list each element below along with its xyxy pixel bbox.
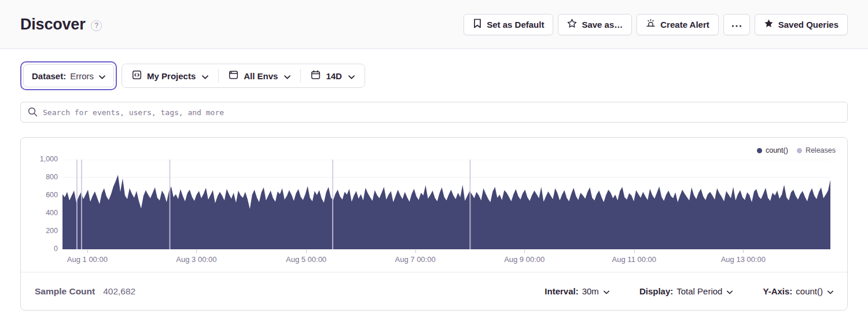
x-axis-tick-mark [524,250,525,253]
filter-bar: Dataset: Errors My Projects [20,61,848,90]
chart-area: count() Releases 02004006008001,000 Aug … [21,138,847,272]
chart-legend: count() Releases [757,146,836,154]
x-axis-tick-mark [743,250,744,253]
x-axis-tick-label: Aug 9 00:00 [504,255,545,264]
x-axis-tick-mark [306,250,307,253]
dataset-highlight-ring: Dataset: Errors [20,61,117,90]
y-axis-tick-label: 1,000 [40,155,58,163]
chevron-down-icon [827,286,833,296]
saved-queries-label: Saved Queries [778,20,838,29]
search-bar [20,102,848,123]
sample-count-label: Sample Count [35,286,95,297]
date-range-label: 14D [326,71,342,81]
environments-label: All Envs [244,71,278,81]
x-axis-tick-label: Aug 5 00:00 [286,255,326,264]
x-axis-tick-mark [415,250,416,253]
page-header: Discover ? Set as Default Save as… [0,0,868,49]
create-alert-label: Create Alert [660,20,709,29]
x-axis-tick-mark [634,250,635,253]
y-axis-tick-label: 400 [46,209,58,217]
chart-footer: Sample Count 402,682 Interval: 30m Displ… [21,272,847,310]
chevron-down-icon [99,71,105,81]
x-axis-tick-label: Aug 7 00:00 [395,255,436,264]
siren-icon [646,19,656,30]
dataset-value: Errors [70,71,94,81]
save-as-button[interactable]: Save as… [558,14,632,35]
count-series-dot-icon [757,148,762,153]
page-title: Discover [20,16,85,34]
y-axis-tick-label: 600 [46,191,58,199]
saved-queries-button[interactable]: Saved Queries [755,14,848,35]
search-input[interactable] [20,102,848,123]
projects-label: My Projects [147,71,196,81]
display-value: Total Period [676,286,722,296]
display-label: Display: [639,286,673,296]
star-outline-icon [567,19,577,30]
legend-item-releases[interactable]: Releases [797,146,836,154]
results-chart-panel: count() Releases 02004006008001,000 Aug … [20,137,848,311]
y-axis-tick-label: 0 [54,245,58,253]
star-filled-icon [764,19,774,30]
set-as-default-button[interactable]: Set as Default [464,14,553,35]
ellipsis-icon [731,20,742,29]
dataset-label: Dataset: [32,71,66,81]
save-as-label: Save as… [582,20,623,29]
x-axis-tick-label: Aug 13 00:00 [721,255,766,264]
legend-count-label: count() [766,146,788,154]
dataset-dropdown[interactable]: Dataset: Errors [23,64,114,87]
set-as-default-label: Set as Default [487,20,544,29]
releases-series-dot-icon [797,148,802,153]
interval-label: Interval: [545,286,578,296]
chevron-down-icon [604,286,609,296]
page-filter-group: My Projects All Envs [122,64,365,88]
projects-dropdown[interactable]: My Projects [122,64,218,87]
y-axis-dropdown[interactable]: Y-Axis: count() [763,286,833,296]
x-axis-tick-mark [196,250,197,253]
x-axis-tick-label: Aug 11 00:00 [612,255,656,264]
bookmark-icon [473,19,482,30]
y-axis-label: Y-Axis: [763,286,792,296]
calendar-icon [311,70,321,82]
search-icon [27,106,38,120]
date-range-dropdown[interactable]: 14D [301,64,365,87]
chevron-down-icon [348,71,355,81]
x-axis-tick-label: Aug 3 00:00 [176,255,216,264]
y-axis-tick-label: 800 [46,173,58,181]
y-axis-value: count() [796,286,823,296]
chevron-down-icon [202,71,208,81]
y-axis-labels: 02004006008001,000 [21,138,58,272]
create-alert-button[interactable]: Create Alert [637,14,718,35]
display-dropdown[interactable]: Display: Total Period [639,286,733,296]
interval-dropdown[interactable]: Interval: 30m [545,286,609,296]
chevron-down-icon [284,71,290,81]
more-options-button[interactable] [723,14,750,35]
chart-plot[interactable] [62,160,830,249]
chevron-down-icon [727,286,733,296]
x-axis-tick-mark [87,250,88,253]
sample-count-value: 402,682 [103,286,135,297]
project-icon [132,70,142,82]
window-icon [229,70,238,82]
y-axis-tick-label: 200 [46,227,58,235]
x-axis-tick-label: Aug 1 00:00 [67,255,108,264]
legend-item-count[interactable]: count() [757,146,788,154]
x-axis-labels: Aug 1 00:00Aug 3 00:00Aug 5 00:00Aug 7 0… [62,250,830,271]
environments-dropdown[interactable]: All Envs [219,64,300,87]
interval-value: 30m [582,286,599,296]
help-icon[interactable]: ? [91,20,102,31]
legend-releases-label: Releases [806,146,836,154]
